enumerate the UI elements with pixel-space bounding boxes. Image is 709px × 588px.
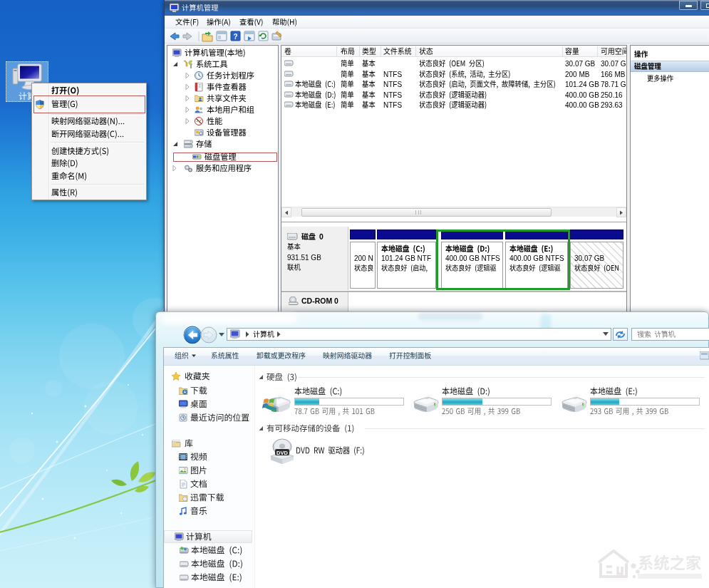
svg-text:DVD: DVD (276, 450, 288, 456)
svg-text:?: ? (233, 33, 237, 41)
